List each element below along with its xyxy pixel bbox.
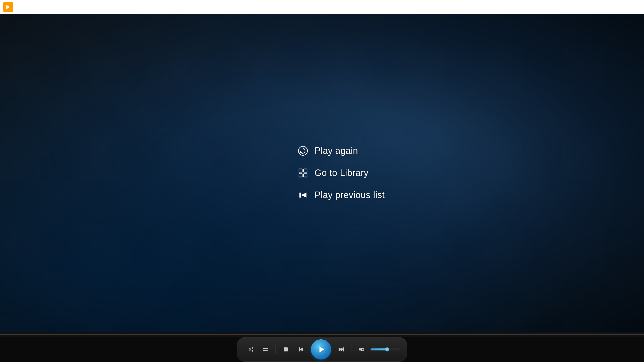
svg-rect-8	[299, 193, 301, 198]
svg-point-1	[298, 146, 307, 155]
volume-slider[interactable]	[371, 348, 401, 350]
replay-icon	[297, 145, 308, 156]
stop-icon	[282, 346, 289, 353]
go-to-library-item[interactable]: Go to Library	[293, 165, 389, 180]
separator-2	[351, 345, 351, 354]
volume-icon	[358, 346, 365, 353]
play-again-label: Play again	[314, 146, 358, 156]
library-icon	[297, 167, 308, 178]
play-previous-item[interactable]: Play previous list	[293, 188, 389, 203]
stop-button[interactable]	[279, 342, 293, 356]
svg-marker-2	[299, 151, 302, 153]
app-logo	[3, 2, 13, 12]
main-content: Play again Go to Library	[0, 14, 644, 332]
titlebar	[0, 0, 644, 14]
controls-bar	[0, 337, 644, 362]
progress-fill	[0, 334, 644, 335]
next-icon	[338, 346, 345, 353]
svg-rect-9	[284, 347, 288, 351]
play-icon	[316, 345, 326, 354]
separator-1	[275, 345, 276, 354]
repeat-button[interactable]	[258, 342, 272, 356]
svg-marker-16	[359, 347, 362, 351]
next-button[interactable]	[334, 342, 348, 356]
svg-rect-5	[299, 174, 302, 177]
svg-rect-11	[299, 347, 300, 351]
svg-marker-10	[300, 347, 303, 351]
svg-marker-7	[301, 193, 306, 198]
end-menu: Play again Go to Library	[293, 143, 389, 203]
volume-area[interactable]	[371, 348, 401, 350]
controls-inner	[237, 337, 407, 362]
svg-rect-4	[304, 169, 307, 172]
volume-button[interactable]	[354, 342, 369, 356]
shuffle-button[interactable]	[243, 342, 257, 356]
repeat-icon	[262, 346, 269, 353]
svg-marker-0	[6, 5, 10, 9]
play-button[interactable]	[311, 339, 331, 359]
progress-bar-area[interactable]	[0, 332, 644, 337]
app-container: Play again Go to Library	[0, 0, 644, 362]
progress-track	[0, 334, 644, 335]
volume-fill	[371, 348, 387, 350]
svg-rect-6	[304, 174, 307, 177]
svg-marker-12	[319, 346, 324, 352]
previous-button[interactable]	[294, 342, 308, 356]
svg-rect-3	[299, 169, 302, 172]
play-logo-icon	[5, 4, 11, 10]
shuffle-icon	[247, 346, 254, 353]
play-previous-label: Play previous list	[314, 190, 385, 200]
fullscreen-button[interactable]	[623, 344, 634, 355]
play-again-item[interactable]: Play again	[293, 143, 389, 158]
go-to-library-label: Go to Library	[314, 168, 369, 178]
fullscreen-icon	[625, 346, 632, 353]
volume-thumb	[385, 347, 389, 351]
back-arrow-icon	[297, 190, 308, 201]
previous-icon	[297, 346, 304, 353]
svg-rect-15	[343, 347, 344, 351]
